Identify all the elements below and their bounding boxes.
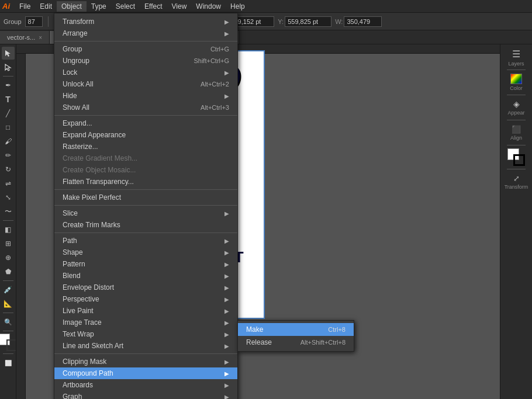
menu-item-compound-path[interactable]: Compound Path ▶ — [54, 367, 237, 379]
menu-item-live-paint[interactable]: Live Paint ▶ — [54, 305, 237, 317]
menu-item-expand[interactable]: Expand... — [54, 117, 237, 129]
rotate-tool[interactable]: ↻ — [2, 163, 15, 176]
panel-stroke-box — [513, 154, 525, 166]
menu-item-lock[interactable]: Lock ▶ — [54, 67, 237, 78]
menu-item-image-trace-label: Image Trace — [63, 318, 102, 327]
menu-item-envelope-distort[interactable]: Envelope Distort ▶ — [54, 282, 237, 293]
measure-tool[interactable]: 📐 — [2, 297, 15, 310]
menu-item-path[interactable]: Path ▶ — [54, 235, 237, 247]
menu-item-lock-label: Lock — [63, 68, 77, 77]
menu-object[interactable]: Object — [57, 1, 87, 12]
menu-div-4 — [54, 205, 237, 206]
submenu-make-shortcut: Ctrl+8 — [328, 326, 346, 333]
menu-item-ungroup[interactable]: Ungroup Shift+Ctrl+G — [54, 55, 237, 67]
y-label: Y: — [278, 18, 284, 25]
menu-type[interactable]: Type — [87, 1, 111, 12]
props-transform-icon[interactable]: ⤢ Transform — [505, 171, 528, 192]
fill-stroke-panel-indicator[interactable] — [506, 148, 526, 166]
pencil-tool[interactable]: ✏ — [2, 149, 15, 162]
menu-item-artboards[interactable]: Artboards ▶ — [54, 379, 237, 391]
menu-item-pattern[interactable]: Pattern ▶ — [54, 258, 237, 270]
live-paint-tool[interactable]: ⬟ — [2, 265, 15, 278]
zoom-tool[interactable]: 🔍 — [2, 315, 15, 328]
gradient-tool[interactable]: ◧ — [2, 223, 15, 236]
menu-item-unlock-all-label: Unlock All — [63, 80, 94, 88]
warp-tool[interactable]: 〜 — [2, 205, 15, 218]
menu-item-group[interactable]: Group Ctrl+G — [54, 44, 237, 55]
transform-label: Transform — [505, 184, 528, 190]
menu-item-clipping-mask[interactable]: Clipping Mask ▶ — [54, 356, 237, 367]
menu-item-graph[interactable]: Graph ▶ — [54, 391, 237, 399]
props-appearance-icon[interactable]: ◈ Appear — [505, 97, 528, 118]
perspective-arrow: ▶ — [224, 296, 229, 303]
menu-item-rasterize-label: Rasterize... — [63, 143, 98, 151]
menu-item-slice[interactable]: Slice ▶ — [54, 207, 237, 219]
menu-item-expand-appearance[interactable]: Expand Appearance — [54, 129, 237, 141]
menu-item-image-trace[interactable]: Image Trace ▶ — [54, 317, 237, 328]
submenu-release[interactable]: Release Alt+Shift+Ctrl+8 — [238, 336, 354, 349]
menu-edit[interactable]: Edit — [35, 1, 57, 12]
menu-item-gradient-mesh: Create Gradient Mesh... — [54, 152, 237, 164]
menu-item-hide[interactable]: Hide ▶ — [54, 90, 237, 102]
y-input[interactable] — [285, 16, 331, 27]
menu-item-rasterize[interactable]: Rasterize... — [54, 141, 237, 152]
menu-item-perspective[interactable]: Perspective ▶ — [54, 293, 237, 305]
slice-arrow: ▶ — [224, 210, 229, 217]
props-layers-icon[interactable]: ☰ Layers — [505, 47, 528, 68]
menu-item-shape[interactable]: Shape ▶ — [54, 247, 237, 258]
layers-icon: ☰ — [512, 48, 520, 60]
line-tool[interactable]: ╱ — [2, 107, 15, 120]
menu-item-pixel-perfect-label: Make Pixel Perfect — [63, 193, 121, 202]
menu-select[interactable]: Select — [111, 1, 140, 12]
paintbrush-tool[interactable]: 🖌 — [2, 135, 15, 148]
menu-item-slice-label: Slice — [63, 209, 78, 217]
menu-view[interactable]: View — [167, 1, 192, 12]
tab-0[interactable]: vector-s... × — [0, 31, 50, 44]
clipping-mask-arrow: ▶ — [224, 359, 229, 365]
path-arrow: ▶ — [224, 238, 229, 244]
menu-item-perspective-label: Perspective — [63, 295, 99, 303]
w-coord-field: W: — [335, 16, 382, 27]
shape-builder-tool[interactable]: ⊕ — [2, 251, 15, 264]
tab-0-close[interactable]: × — [39, 34, 42, 41]
doc-number-input[interactable] — [25, 16, 43, 27]
submenu-make[interactable]: Make Ctrl+8 — [238, 323, 354, 336]
menu-item-trim-marks[interactable]: Create Trim Marks — [54, 219, 237, 231]
mirror-tool[interactable]: ⇌ — [2, 177, 15, 190]
menu-item-text-wrap[interactable]: Text Wrap ▶ — [54, 328, 237, 340]
show-all-shortcut: Alt+Ctrl+3 — [201, 104, 229, 111]
scale-tool[interactable]: ⤡ — [2, 191, 15, 204]
menu-item-pixel-perfect[interactable]: Make Pixel Perfect — [54, 192, 237, 203]
menu-effect[interactable]: Effect — [140, 1, 167, 12]
pen-tool[interactable]: ✒ — [2, 79, 15, 92]
artboard-tool[interactable]: ⬜ — [2, 356, 15, 369]
w-input[interactable] — [344, 16, 382, 27]
unlock-all-shortcut: Alt+Ctrl+2 — [201, 81, 229, 88]
menu-help[interactable]: Help — [226, 1, 250, 12]
appearance-icon: ◈ — [513, 99, 520, 109]
menu-item-blend[interactable]: Blend ▶ — [54, 270, 237, 282]
menu-item-text-wrap-label: Text Wrap — [63, 330, 94, 338]
direct-select-tool[interactable] — [2, 61, 15, 74]
type-tool[interactable]: T — [2, 93, 15, 106]
menu-window[interactable]: Window — [191, 1, 226, 12]
menu-file[interactable]: File — [15, 1, 35, 12]
submenu-make-label: Make — [246, 325, 263, 334]
select-tool[interactable] — [2, 47, 15, 60]
menu-item-hide-label: Hide — [63, 92, 77, 100]
tool-sep-1 — [3, 76, 13, 77]
props-align-icon[interactable]: ⬛ Align — [505, 122, 528, 143]
menu-item-unlock-all[interactable]: Unlock All Alt+Ctrl+2 — [54, 78, 237, 90]
menu-bar: Ai File Edit Object Type Select Effect V… — [0, 0, 532, 13]
rect-tool[interactable]: □ — [2, 121, 15, 134]
props-color-icon[interactable]: Color — [505, 72, 528, 93]
canvas-area[interactable]: GOOD design is ✿ ✿ OBVIOS Great is TRANS… — [16, 44, 500, 399]
menu-item-show-all[interactable]: Show All Alt+Ctrl+3 — [54, 102, 237, 113]
fill-stroke-indicator[interactable] — [0, 334, 16, 351]
left-toolbar: ✒ T ╱ □ 🖌 ✏ ↻ ⇌ ⤡ 〜 ◧ ⊞ ⊕ ⬟ 💉 📐 🔍 ⬜ — [0, 44, 16, 399]
mesh-tool[interactable]: ⊞ — [2, 237, 15, 250]
menu-item-clipping-mask-label: Clipping Mask — [63, 358, 106, 366]
eyedropper-tool[interactable]: 💉 — [2, 283, 15, 296]
menu-item-line-sketch[interactable]: Line and Sketch Art ▶ — [54, 340, 237, 352]
menu-item-flatten-transparency[interactable]: Flatten Transparency... — [54, 176, 237, 188]
